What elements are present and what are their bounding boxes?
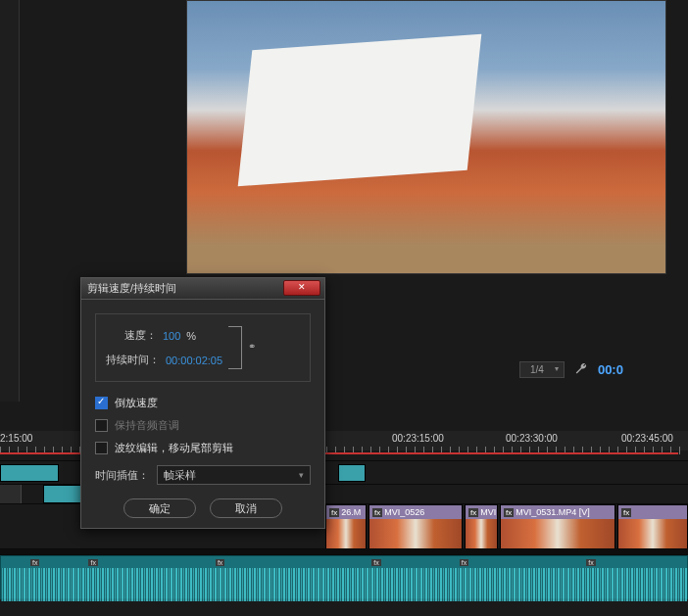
playback-resolution-select[interactable]: 1/4 (519, 361, 565, 378)
clip[interactable] (338, 464, 366, 482)
time-interpolation-label: 时间插值： (95, 468, 149, 483)
fx-badge-icon: fx (329, 508, 339, 517)
speed-duration-group: 速度： 100 % 持续时间： 00:00:02:05 ⚭ (95, 313, 311, 382)
ok-button[interactable]: 确定 (123, 498, 196, 518)
speed-label: 速度： (106, 328, 157, 343)
video-clip[interactable]: fxMVI_0526 (369, 504, 463, 548)
video-clip[interactable]: fx (617, 504, 688, 548)
ruler-tick-3: 00:23:45:00 (621, 433, 673, 444)
clip-label: MVI_0531.MP4 [V] (516, 507, 590, 517)
program-monitor (186, 0, 666, 274)
link-icon[interactable]: ⚭ (248, 341, 258, 355)
audio-waveform (1, 568, 687, 601)
maintain-pitch-checkbox[interactable] (95, 419, 108, 432)
link-bracket (228, 326, 242, 369)
close-button[interactable]: ✕ (283, 280, 320, 296)
clip-thumb (326, 519, 366, 550)
fx-badge-icon: fx (216, 559, 224, 566)
out-timecode[interactable]: 00:0 (598, 362, 623, 377)
video-clip[interactable]: fx26.M (325, 504, 367, 548)
speed-value[interactable]: 100 (163, 330, 180, 342)
ruler-tick-2: 00:23:30:00 (506, 433, 558, 444)
fx-badge-icon: fx (468, 508, 478, 517)
audio-clip-header[interactable]: fx fx fx fx fx fx (1, 556, 687, 568)
clip-thumb (618, 519, 687, 550)
ripple-edit-row[interactable]: 波纹编辑，移动尾部剪辑 (95, 441, 311, 455)
fx-badge-icon: fx (30, 559, 39, 566)
reverse-speed-checkbox[interactable] (95, 397, 108, 409)
fx-badge-icon: fx (621, 508, 631, 517)
fx-badge-icon: fx (371, 559, 380, 566)
duration-label: 持续时间： (106, 353, 160, 367)
reverse-speed-label: 倒放速度 (115, 396, 158, 410)
preview-frame (187, 1, 665, 273)
video-clip[interactable]: fxMVI_0531.MP4 [V] (500, 504, 615, 548)
clip-label: 26.M (341, 507, 361, 517)
clip-thumb (501, 519, 614, 550)
dialog-title: 剪辑速度/持续时间 (87, 281, 176, 296)
video-clip[interactable]: fxMVI (465, 504, 498, 548)
ruler-tick-0: 2:15:00 (0, 433, 32, 444)
time-interpolation-select[interactable]: 帧采样 (157, 465, 311, 485)
ripple-edit-checkbox[interactable] (95, 442, 108, 454)
cancel-button[interactable]: 取消 (210, 498, 282, 518)
dialog-titlebar[interactable]: 剪辑速度/持续时间 ✕ (81, 278, 324, 300)
fx-badge-icon: fx (586, 559, 595, 566)
audio-track-a1[interactable]: fx fx fx fx fx fx (0, 554, 688, 599)
duration-value[interactable]: 00:00:02:05 (166, 355, 222, 366)
fx-badge-icon: fx (504, 508, 514, 517)
clip-thumb (369, 519, 462, 550)
clip-speed-duration-dialog: 剪辑速度/持续时间 ✕ 速度： 100 % 持续时间： 00:00:02:05 … (80, 277, 325, 529)
playback-controls: 1/4 00:0 (519, 357, 688, 381)
clip-label: MVI (480, 507, 496, 517)
reverse-speed-row[interactable]: 倒放速度 (95, 396, 311, 410)
track-header[interactable] (0, 485, 22, 503)
clip[interactable] (43, 485, 82, 503)
clip[interactable] (0, 464, 59, 482)
fx-badge-icon: fx (88, 559, 97, 566)
wrench-icon[interactable] (574, 362, 588, 376)
ripple-edit-label: 波纹编辑，移动尾部剪辑 (115, 441, 233, 455)
maintain-pitch-label: 保持音频音调 (115, 418, 179, 433)
fx-badge-icon: fx (460, 559, 468, 566)
maintain-pitch-row[interactable]: 保持音频音调 (95, 418, 311, 433)
speed-unit: % (186, 330, 196, 342)
clip-label: MVI_0526 (384, 507, 424, 517)
left-panel (0, 0, 20, 402)
clip-thumb (466, 519, 497, 550)
fx-badge-icon: fx (372, 508, 382, 517)
ruler-tick-1: 00:23:15:00 (392, 433, 444, 444)
